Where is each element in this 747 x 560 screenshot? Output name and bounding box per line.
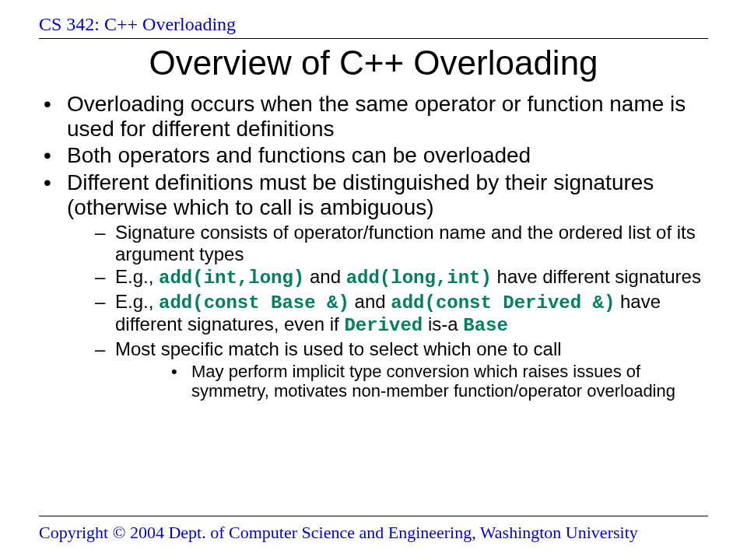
sub-bullet-item: Signature consists of operator/function … (67, 222, 708, 264)
slide-footer: Copyright © 2004 Dept. of Computer Scien… (39, 516, 708, 543)
bullet-text: Most specific match is used to select wh… (115, 338, 562, 359)
slide-title: Overview of C++ Overloading (39, 44, 708, 82)
sub-bullet-item: Most specific match is used to select wh… (67, 338, 708, 401)
text-fragment: is-a (423, 313, 463, 334)
bullet-item: Both operators and functions can be over… (39, 143, 708, 168)
code-fragment: add(const Derived &) (391, 292, 615, 313)
code-fragment: add(int,long) (159, 268, 304, 289)
code-fragment: Derived (344, 315, 423, 336)
text-fragment: have different signatures (492, 266, 701, 287)
text-fragment: E.g., (115, 266, 159, 287)
slide-header: CS 342: C++ Overloading (39, 14, 708, 39)
bullet-item: Different definitions must be distinguis… (39, 170, 708, 401)
sub-sub-bullet-list: May perform implicit type conversion whi… (115, 362, 708, 401)
main-bullet-list: Overloading occurs when the same operato… (39, 92, 708, 401)
sub-bullet-list: Signature consists of operator/function … (67, 222, 708, 401)
sub-bullet-item: E.g., add(int,long) and add(long,int) ha… (67, 266, 708, 289)
code-fragment: add(long,int) (346, 268, 492, 289)
code-fragment: Base (463, 315, 508, 336)
code-fragment: add(const Base &) (159, 292, 349, 313)
text-fragment: E.g., (115, 291, 159, 312)
sub-sub-bullet-item: May perform implicit type conversion whi… (115, 362, 708, 401)
sub-bullet-item: E.g., add(const Base &) and add(const De… (67, 291, 708, 337)
bullet-text: Different definitions must be distinguis… (67, 170, 654, 219)
bullet-item: Overloading occurs when the same operato… (39, 92, 708, 142)
text-fragment: and (304, 266, 345, 287)
text-fragment: and (349, 291, 391, 312)
